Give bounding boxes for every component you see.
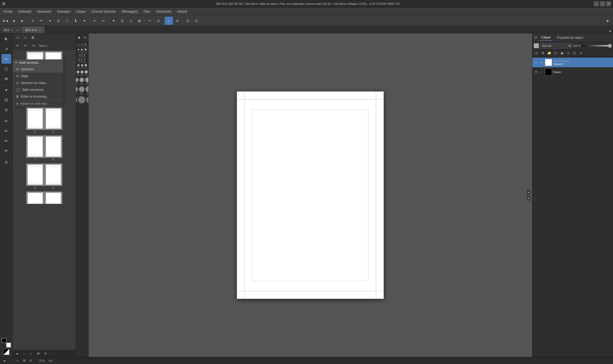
toolbar-diamond[interactable]: ◇: [127, 17, 135, 25]
layer-icon-copy[interactable]: ⊡: [572, 50, 577, 56]
toolbar-help[interactable]: ⊙: [192, 17, 200, 25]
toolbar-undo[interactable]: ↩: [91, 17, 99, 25]
layer-icon-grid2[interactable]: ▣: [559, 50, 565, 56]
status-nav-prev[interactable]: ◄: [2, 358, 7, 363]
toolbar-eyedrop[interactable]: ⊙: [154, 17, 162, 25]
layer-icon-grid[interactable]: ⊡: [534, 50, 539, 56]
page-panel-hamburger[interactable]: ≡: [14, 42, 21, 49]
toolbar-star[interactable]: ✦: [110, 17, 118, 25]
tool-eraser[interactable]: ◻: [2, 64, 11, 74]
layer-lock-paper[interactable]: □: [539, 70, 544, 74]
tool-gradient[interactable]: ✏: [2, 126, 11, 136]
toolbar-menu[interactable]: ≡: [29, 17, 37, 25]
sub-tool-operation[interactable]: ⊕ Opération: [13, 66, 63, 73]
toolbar-arrow-right[interactable]: ►: [18, 17, 26, 25]
brush-dot-07[interactable]: [78, 44, 79, 44]
brush-dot-100[interactable]: [86, 86, 89, 92]
brush-dot-30[interactable]: [85, 70, 88, 74]
menu-histoire[interactable]: Histoire(P): [35, 9, 54, 14]
tool-move[interactable]: ↗: [2, 44, 11, 54]
page-nav-fit[interactable]: ⊞: [35, 351, 41, 356]
brush-dot-15[interactable]: [81, 64, 83, 66]
tool-dodge[interactable]: ✏: [2, 136, 11, 146]
tool-star[interactable]: ✦: [2, 85, 11, 95]
page-nav-prev[interactable]: ◄: [14, 351, 20, 356]
tool-text[interactable]: ⊡: [2, 95, 11, 105]
menu-animation[interactable]: Animation: [54, 9, 73, 14]
maximize-button[interactable]: □: [600, 1, 605, 6]
menu-fenetre[interactable]: Fenêtre(W): [153, 9, 174, 14]
tab-bd3-panel-dropdown[interactable]: ▾: [15, 28, 19, 32]
brush-dot-17[interactable]: [85, 64, 87, 66]
color-reset-btn[interactable]: [3, 349, 9, 355]
page-thumb-9-8[interactable]: 9 8: [26, 163, 63, 189]
menu-fichier[interactable]: Fichier: [1, 9, 15, 14]
tab-bd3-panel-close[interactable]: ✕: [11, 28, 14, 32]
sub-tool-objet[interactable]: ⊡ Objet: [13, 73, 63, 79]
brush-dot-40[interactable]: [76, 78, 78, 82]
menu-aide[interactable]: Aide(H): [174, 9, 190, 14]
page-panel-delete[interactable]: 🗑: [29, 34, 36, 41]
page-panel-download1[interactable]: ↓□: [14, 34, 21, 41]
toolbar-right-expand[interactable]: ►: [604, 17, 612, 25]
brush-dot-large2[interactable]: [78, 96, 85, 103]
page-panel-download2[interactable]: ↓□: [22, 34, 28, 41]
page-nav-plus[interactable]: +: [28, 351, 34, 356]
layer-item-paper[interactable]: 👁 □ Papier: [532, 67, 613, 77]
menu-calque[interactable]: Calque: [74, 9, 88, 14]
tool-brush[interactable]: ✏: [2, 54, 11, 64]
menu-affichage[interactable]: Affichage(V): [119, 9, 141, 14]
brush-dot-60[interactable]: [85, 77, 89, 82]
page-nav-minus[interactable]: −: [21, 351, 27, 356]
toolbar-cross-select[interactable]: ⊞: [135, 17, 144, 25]
canvas-scroll-up[interactable]: ▲: [526, 189, 530, 195]
layer-item-1[interactable]: 👁 ✏ 100 % Normal Calque 1: [532, 58, 613, 67]
toolbar-lasso[interactable]: ✂: [146, 17, 154, 25]
toolbar-pen-dropdown[interactable]: ▾: [46, 17, 54, 25]
brush-dot-25[interactable]: [81, 49, 83, 51]
brush-dot-3[interactable]: [85, 49, 87, 51]
toolbar-collapse-left[interactable]: ◄◄: [1, 17, 9, 25]
tab-bd3-panel[interactable]: BD3 ✕ ▾: [1, 27, 22, 33]
canvas-area[interactable]: ▲ ▼: [89, 33, 532, 357]
menu-filtre[interactable]: Filtre: [141, 9, 153, 14]
toolbar-redo[interactable]: ↪: [99, 17, 107, 25]
minimize-button[interactable]: ─: [594, 1, 599, 6]
toolbar-rect[interactable]: □: [63, 17, 71, 25]
tab-calque[interactable]: Calque: [539, 35, 553, 41]
tool-eyedrop[interactable]: ⊙: [2, 157, 11, 167]
brush-size-btn2[interactable]: ✏: [83, 34, 88, 41]
layer-icon-folder[interactable]: 📁: [546, 50, 552, 56]
page-thumb-partial[interactable]: [26, 191, 63, 204]
close-button[interactable]: ✕: [606, 1, 611, 6]
toolbar-pen[interactable]: ✏: [37, 17, 45, 25]
tab-propriete-calque[interactable]: Propriété de calque: [555, 35, 585, 40]
blend-mode-select[interactable]: Normal: [540, 43, 572, 49]
tab-bar-scroll[interactable]: ▾: [608, 29, 612, 33]
layer-icon-mask[interactable]: ⊡: [553, 50, 558, 56]
tool-zoom[interactable]: 🔍: [2, 34, 11, 44]
brush-dot-20[interactable]: [77, 71, 79, 73]
toolbar-arrow-left[interactable]: ◄: [10, 17, 18, 25]
toolbar-grid-select[interactable]: ⊡: [118, 17, 126, 25]
brush-dot-2[interactable]: [78, 49, 79, 50]
toolbar-down-dropdown[interactable]: ▾: [80, 17, 88, 25]
sub-tool-table-lumineuse[interactable]: ◯ Table lumineuse: [13, 86, 63, 93]
background-color-swatch[interactable]: [6, 343, 11, 348]
page-nav-expand[interactable]: ⊡: [43, 351, 48, 356]
status-nav-expand[interactable]: ⊡: [28, 358, 33, 363]
layer-visibility-paper[interactable]: 👁: [534, 70, 538, 74]
brush-dot-25[interactable]: [80, 71, 84, 74]
brush-dot-15[interactable]: [85, 43, 86, 45]
tool-fill[interactable]: ✏: [2, 116, 11, 126]
brush-dot-12[interactable]: [77, 64, 79, 66]
layer-icon-delete[interactable]: ✕: [578, 50, 584, 56]
toolbar-check[interactable]: ✓: [165, 17, 173, 25]
status-nav-fit[interactable]: ⊞: [21, 358, 27, 363]
page-thumb-7-6[interactable]: 7 6: [26, 135, 63, 161]
brush-dot-large3[interactable]: [86, 96, 89, 104]
brush-dot-50[interactable]: [79, 78, 84, 82]
brush-dot-1[interactable]: [81, 44, 83, 45]
sub-tool-add[interactable]: ⊕ Ajouter un outil secc...: [13, 100, 63, 107]
tool-select-circle[interactable]: ⊙: [2, 105, 11, 115]
